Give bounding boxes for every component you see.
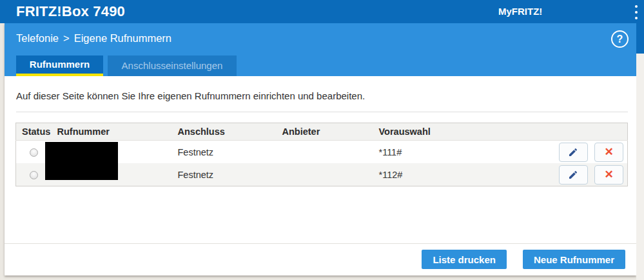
- vorauswahl-cell: *111#: [373, 141, 465, 164]
- breadcrumb-separator: >: [63, 32, 70, 45]
- kebab-menu-icon[interactable]: [633, 5, 639, 19]
- footer-divider: [5, 243, 636, 244]
- x-icon: ✕: [604, 146, 613, 157]
- column-header-anschluss: Anschluss: [172, 123, 277, 141]
- page-description: Auf dieser Seite können Sie Ihre eigenen…: [16, 90, 365, 101]
- myfritz-link[interactable]: MyFRITZ!: [498, 0, 542, 23]
- tab-rufnummern[interactable]: Rufnummern: [16, 55, 103, 76]
- status-radio[interactable]: [30, 171, 38, 179]
- breadcrumb: Telefonie > Eigene Rufnummern: [16, 32, 171, 45]
- help-icon[interactable]: ?: [611, 30, 629, 48]
- delete-button[interactable]: ✕: [594, 165, 623, 185]
- pencil-icon: [568, 170, 578, 180]
- app-title: FRITZ!Box 7490: [16, 0, 125, 23]
- tab-bar: Rufnummern Anschlusseinstellungen: [16, 55, 237, 76]
- table-header-row: Status Rufnummer Anschluss Anbieter Vora…: [16, 123, 628, 141]
- column-header-actions: [465, 123, 628, 141]
- vorauswahl-cell: *112#: [373, 163, 465, 186]
- vertical-scrollbar[interactable]: [636, 23, 644, 280]
- column-header-vorauswahl: Vorauswahl: [373, 123, 465, 141]
- anbieter-cell: [277, 163, 373, 186]
- edit-button[interactable]: [559, 165, 588, 185]
- new-number-button[interactable]: Neue Rufnummer: [523, 250, 625, 269]
- status-radio[interactable]: [30, 148, 38, 157]
- pencil-icon: [568, 147, 578, 157]
- breadcrumb-page: Eigene Rufnummern: [74, 32, 171, 45]
- edit-button[interactable]: [559, 143, 588, 162]
- column-header-rufnummer: Rufnummer: [52, 123, 172, 141]
- section-header-band: Telefonie > Eigene Rufnummern ? Rufnumme…: [5, 23, 636, 76]
- breadcrumb-section[interactable]: Telefonie: [16, 32, 59, 45]
- print-list-button[interactable]: Liste drucken: [422, 250, 507, 269]
- anschluss-cell: Festnetz: [172, 163, 277, 186]
- x-icon: ✕: [604, 169, 613, 180]
- top-bar: FRITZ!Box 7490 MyFRITZ!: [0, 0, 644, 23]
- column-header-status: Status: [16, 123, 52, 141]
- delete-button[interactable]: ✕: [594, 143, 623, 162]
- content-panel: Telefonie > Eigene Rufnummern ? Rufnumme…: [5, 23, 636, 275]
- redacted-phone-numbers: [45, 142, 118, 180]
- scrollbar-thumb[interactable]: [636, 23, 644, 54]
- anbieter-cell: [277, 141, 373, 164]
- content-divider: [16, 112, 628, 112]
- anschluss-cell: Festnetz: [172, 141, 277, 164]
- tab-anschlusseinstellungen[interactable]: Anschlusseinstellungen: [108, 55, 237, 76]
- footer-actions: Liste drucken Neue Rufnummer: [422, 250, 625, 269]
- column-header-anbieter: Anbieter: [277, 123, 373, 141]
